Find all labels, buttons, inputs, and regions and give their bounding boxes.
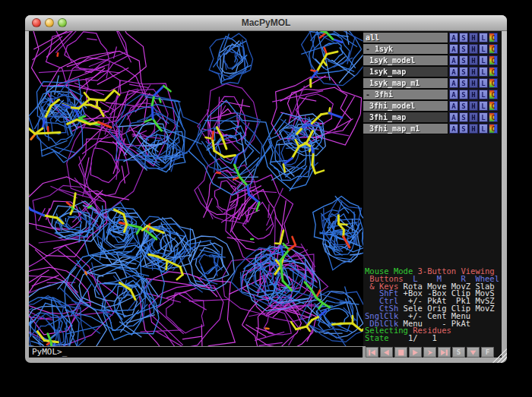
action-button-C[interactable]: C <box>489 67 498 77</box>
object-label[interactable]: 1syk_model <box>363 55 448 65</box>
object-row-3fhi_map[interactable]: 3fhi_mapASHLC <box>363 112 502 122</box>
collapse-icon[interactable]: - <box>366 90 375 99</box>
mouse-mode-panel: Mouse Mode 3-Button Viewing Buttons L M … <box>365 268 499 342</box>
action-button-H[interactable]: H <box>469 124 478 134</box>
action-button-S[interactable]: S <box>459 101 468 111</box>
action-button-L[interactable]: L <box>479 33 488 43</box>
object-row-3fhi_model[interactable]: 3fhi_modelASHLC <box>363 101 502 111</box>
titlebar[interactable]: MacPyMOL <box>25 15 507 31</box>
action-button-L[interactable]: L <box>479 44 488 54</box>
action-button-S[interactable]: S <box>459 67 468 77</box>
panel-divider <box>363 346 366 358</box>
action-button-L[interactable]: L <box>479 124 488 134</box>
action-button-H[interactable]: H <box>469 44 478 54</box>
action-buttons: ASHLC <box>449 67 499 77</box>
action-button-H[interactable]: H <box>469 112 478 122</box>
go-to-start-icon <box>368 348 376 357</box>
object-label[interactable]: 1syk_map_m1 <box>363 78 448 88</box>
macpymol-window: MacPyMOL PyMOL>_ allASHLC- 1sykASHLC1syk… <box>25 15 507 363</box>
action-button-L[interactable]: L <box>479 90 488 99</box>
action-buttons: ASHLC <box>449 101 499 111</box>
action-button-A[interactable]: A <box>449 55 458 65</box>
movie-go-to-end-button[interactable] <box>438 347 451 358</box>
movie-step-forward-button[interactable] <box>423 347 436 358</box>
molecular-viewport[interactable] <box>29 31 363 346</box>
action-button-H[interactable]: H <box>469 55 478 65</box>
object-row-all[interactable]: allASHLC <box>363 33 502 43</box>
movie-menu-button[interactable] <box>467 347 480 358</box>
object-label[interactable]: 3fhi_model <box>363 101 448 111</box>
collapse-icon[interactable]: - <box>366 45 375 53</box>
object-row-1syk_map_m1[interactable]: 1syk_map_m1ASHLC <box>363 78 502 88</box>
object-row-3fhi[interactable]: - 3fhiASHLC <box>363 90 502 99</box>
action-buttons: ASHLC <box>449 33 499 43</box>
action-button-H[interactable]: H <box>469 78 478 88</box>
action-button-S[interactable]: S <box>459 33 468 43</box>
action-button-S[interactable]: S <box>459 78 468 88</box>
action-button-A[interactable]: A <box>449 90 458 99</box>
action-button-A[interactable]: A <box>449 101 458 111</box>
movie-fullscreen-button[interactable]: F <box>481 347 494 358</box>
action-button-L[interactable]: L <box>479 78 488 88</box>
action-button-A[interactable]: A <box>449 33 458 43</box>
action-button-L[interactable]: L <box>479 55 488 65</box>
action-button-A[interactable]: A <box>449 44 458 54</box>
action-button-C[interactable]: C <box>489 44 498 54</box>
action-buttons: ASHLC <box>449 78 499 88</box>
gl-content-area: PyMOL>_ allASHLC- 1sykASHLC1syk_modelASH… <box>29 31 502 358</box>
object-label[interactable]: all <box>363 33 448 43</box>
text-segment: 1/ 1 <box>389 333 437 342</box>
action-button-C[interactable]: C <box>489 78 498 88</box>
action-button-H[interactable]: H <box>469 101 478 111</box>
action-button-H[interactable]: H <box>469 90 478 99</box>
movie-step-back-button[interactable] <box>380 347 393 358</box>
movie-go-to-start-button[interactable] <box>366 347 378 358</box>
action-button-C[interactable]: C <box>489 33 498 43</box>
action-button-S[interactable]: S <box>459 90 468 99</box>
object-label[interactable]: 1syk_map <box>363 67 448 77</box>
object-row-1syk_model[interactable]: 1syk_modelASHLC <box>363 55 502 65</box>
object-label[interactable]: - 1syk <box>363 44 448 54</box>
action-button-A[interactable]: A <box>449 112 458 122</box>
object-label[interactable]: 3fhi_map_m1 <box>363 124 448 134</box>
object-row-1syk_map[interactable]: 1syk_mapASHLC <box>363 67 502 77</box>
command-line[interactable]: PyMOL>_ <box>29 346 363 358</box>
state-row: State 1/ 1 <box>365 335 499 342</box>
action-button-A[interactable]: A <box>449 78 458 88</box>
object-row-1syk[interactable]: - 1sykASHLC <box>363 44 502 54</box>
internal-gui-panel: allASHLC- 1sykASHLC1syk_modelASHLC1syk_m… <box>363 31 502 358</box>
action-button-S[interactable]: S <box>459 124 468 134</box>
action-button-L[interactable]: L <box>479 67 488 77</box>
action-button-C[interactable]: C <box>489 90 498 99</box>
action-button-C[interactable]: C <box>489 101 498 111</box>
action-button-S[interactable]: S <box>459 112 468 122</box>
object-label[interactable]: 3fhi_map <box>363 112 448 122</box>
action-button-A[interactable]: A <box>449 124 458 134</box>
action-buttons: ASHLC <box>449 90 499 99</box>
movie-scene-button-button[interactable]: S <box>452 347 465 358</box>
menu-icon <box>469 348 477 357</box>
play-icon <box>411 348 420 357</box>
text-segment: State <box>365 333 389 342</box>
stop-icon <box>397 348 405 357</box>
action-button-H[interactable]: H <box>469 33 478 43</box>
action-buttons: ASHLC <box>449 124 499 134</box>
action-button-C[interactable]: C <box>489 112 498 122</box>
step-forward-icon <box>426 348 434 357</box>
object-list: allASHLC- 1sykASHLC1syk_modelASHLC1syk_m… <box>363 31 502 134</box>
step-back-icon <box>382 348 391 357</box>
desktop-background: MacPyMOL PyMOL>_ allASHLC- 1sykASHLC1syk… <box>0 0 532 397</box>
movie-stop-button[interactable] <box>394 347 407 358</box>
action-button-A[interactable]: A <box>449 67 458 77</box>
object-label[interactable]: - 3fhi <box>363 90 448 99</box>
object-row-3fhi_map_m1[interactable]: 3fhi_map_m1ASHLC <box>363 124 502 134</box>
action-button-L[interactable]: L <box>479 112 488 122</box>
action-button-S[interactable]: S <box>459 55 468 65</box>
action-button-S[interactable]: S <box>459 44 468 54</box>
command-cursor: _ <box>62 347 68 357</box>
action-button-H[interactable]: H <box>469 67 478 77</box>
action-button-L[interactable]: L <box>479 101 488 111</box>
action-button-C[interactable]: C <box>489 55 498 65</box>
movie-play-button[interactable] <box>409 347 422 358</box>
action-button-C[interactable]: C <box>489 124 498 134</box>
